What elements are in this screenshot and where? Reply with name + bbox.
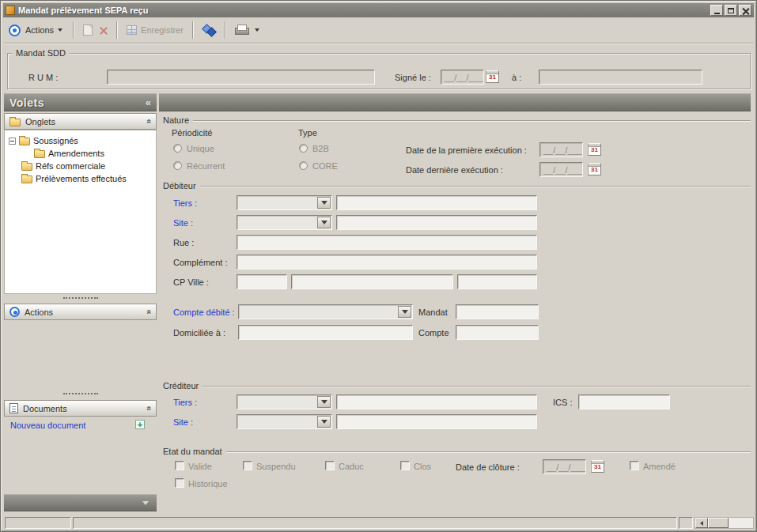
section-documents-header[interactable]: Documents «	[4, 400, 157, 417]
calendar-icon[interactable]: 31	[591, 460, 604, 473]
minimize-button[interactable]	[710, 5, 723, 16]
compte-label: Compte	[418, 328, 449, 338]
toolbar-separator	[73, 21, 74, 39]
cp-input[interactable]	[237, 274, 287, 289]
complement-label: Complément :	[173, 258, 227, 268]
scrollbar-thumb[interactable]	[708, 518, 729, 528]
rum-label: R U M :	[28, 73, 58, 83]
checkbox-amende[interactable]	[630, 461, 639, 470]
chevron-up-icon: «	[144, 309, 153, 314]
horizontal-scrollbar[interactable]	[695, 517, 754, 529]
tree-item-soussignes[interactable]: Soussignés	[5, 134, 156, 147]
ics-label: ICS :	[553, 398, 572, 408]
mandat-input[interactable]	[456, 304, 539, 319]
document-icon	[9, 403, 18, 413]
checkbox-suspendu[interactable]	[243, 461, 252, 470]
close-button[interactable]	[739, 5, 751, 16]
cp-ville-label: CP Ville :	[173, 277, 209, 288]
radio-b2b[interactable]	[299, 144, 308, 153]
calendar-day: 31	[489, 74, 496, 81]
diamonds-icon	[202, 24, 216, 36]
radio-unique-label: Unique	[187, 144, 214, 154]
actions-target-icon	[9, 307, 20, 317]
first-exec-input[interactable]: __/__/____	[539, 142, 583, 157]
save-icon	[127, 25, 137, 35]
print-options-button[interactable]	[252, 27, 263, 33]
sidebar-collapse-button[interactable]: «	[146, 97, 151, 108]
rum-input[interactable]	[107, 70, 375, 85]
rue-input[interactable]	[237, 235, 537, 250]
calendar-icon[interactable]: 31	[588, 163, 601, 175]
signed-date-input[interactable]: __/__/____	[441, 70, 484, 85]
maximize-button[interactable]	[725, 5, 737, 16]
radio-recurrent[interactable]	[173, 161, 182, 170]
crediteur-site-name-input[interactable]	[336, 414, 537, 429]
delete-record-button[interactable]	[96, 25, 111, 36]
group-divider-line	[202, 386, 751, 387]
debiteur-site-label[interactable]: Site :	[173, 218, 193, 228]
debiteur-site-name-input[interactable]	[336, 215, 537, 230]
sidebar-bottom-bar[interactable]	[4, 494, 157, 511]
calendar-icon[interactable]: 31	[588, 143, 601, 156]
dropdown-button[interactable]	[398, 306, 411, 318]
folder-icon	[21, 163, 32, 171]
calendar-icon[interactable]: 31	[486, 70, 499, 83]
checkbox-caduc[interactable]	[325, 461, 335, 470]
compte-debite-label[interactable]: Compte débité :	[173, 308, 235, 318]
section-onglets-header[interactable]: Onglets «	[4, 113, 157, 130]
scroll-left-button[interactable]	[695, 518, 708, 528]
last-exec-input[interactable]: __/__/____	[539, 162, 583, 177]
debiteur-group-header: Débiteur	[163, 180, 751, 191]
debiteur-tiers-label[interactable]: Tiers :	[173, 198, 197, 209]
debiteur-site-select[interactable]	[237, 215, 332, 230]
ics-input[interactable]	[578, 394, 670, 409]
tree-item-refs-commerciale[interactable]: Réfs commerciale	[5, 160, 156, 172]
checkbox-clos-label: Clos	[414, 462, 431, 472]
signed-place-input[interactable]	[539, 70, 702, 85]
status-bar	[3, 515, 754, 530]
compte-input[interactable]	[456, 325, 539, 340]
new-document-link[interactable]: Nouveau document	[10, 421, 85, 430]
debiteur-tiers-name-input[interactable]	[336, 195, 537, 210]
checkbox-clos[interactable]	[400, 461, 410, 470]
checkbox-valide[interactable]	[175, 461, 184, 470]
sync-button[interactable]	[199, 22, 219, 38]
new-record-button[interactable]	[80, 23, 96, 37]
dropdown-button[interactable]	[317, 416, 331, 428]
crediteur-site-select[interactable]	[237, 414, 332, 429]
toolbar-separator	[225, 21, 226, 39]
ville-input[interactable]	[291, 274, 453, 289]
pays-input[interactable]	[457, 274, 537, 289]
save-label: Enregistrer	[141, 25, 184, 35]
tree-item-amendements[interactable]: Amendements	[5, 147, 156, 160]
checkbox-amende-label: Amendé	[643, 462, 676, 472]
dropdown-button[interactable]	[317, 197, 331, 209]
radio-unique[interactable]	[173, 144, 182, 153]
dropdown-button[interactable]	[317, 217, 331, 228]
debiteur-tiers-select[interactable]	[237, 195, 332, 210]
debiteur-group-label: Débiteur	[163, 181, 196, 191]
folder-icon	[21, 175, 32, 183]
actions-menu-button[interactable]: Actions	[21, 23, 67, 37]
crediteur-tiers-label[interactable]: Tiers :	[173, 398, 197, 408]
crediteur-tiers-name-input[interactable]	[336, 394, 537, 409]
toolbar-separator	[116, 21, 118, 39]
date-cloture-input[interactable]: __/__/____	[543, 459, 586, 474]
crediteur-tiers-select[interactable]	[237, 394, 332, 409]
print-button[interactable]	[232, 23, 252, 37]
content-header-bar	[159, 93, 751, 111]
tree-item-prelevements-effectues[interactable]: Prélèvements effectués	[5, 172, 156, 185]
radio-core[interactable]	[299, 161, 308, 170]
save-button[interactable]: Enregistrer	[123, 24, 187, 36]
collapse-expander-icon[interactable]	[9, 138, 16, 145]
checkbox-historique[interactable]	[175, 478, 184, 488]
printer-icon	[235, 25, 248, 36]
section-actions-header[interactable]: Actions «	[4, 304, 157, 320]
complement-input[interactable]	[237, 255, 537, 270]
crediteur-site-label[interactable]: Site :	[173, 417, 193, 428]
domiciliee-input[interactable]	[238, 325, 413, 340]
folder-icon	[19, 138, 30, 145]
add-document-icon[interactable]: +	[135, 420, 145, 429]
compte-debite-select[interactable]	[238, 304, 413, 319]
dropdown-button[interactable]	[317, 396, 331, 408]
